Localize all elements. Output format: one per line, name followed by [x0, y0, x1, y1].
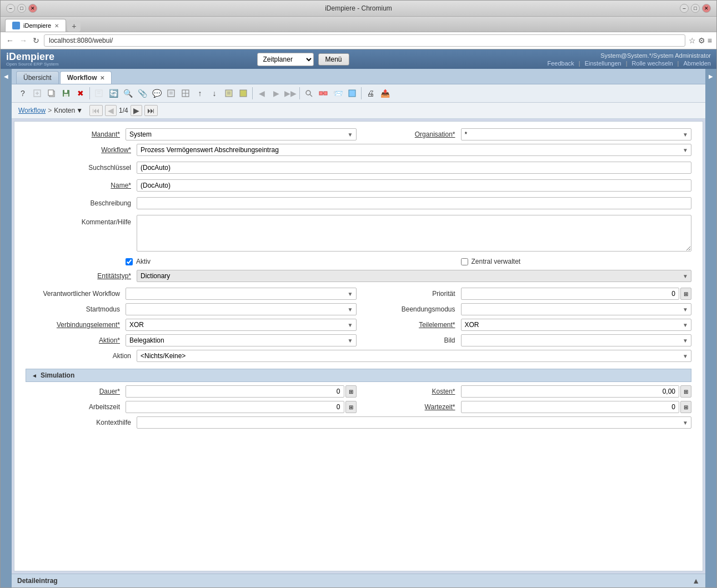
right-sidebar-toggle[interactable]: ▶ — [705, 69, 716, 587]
up-button[interactable]: ↑ — [193, 87, 207, 100]
find-button[interactable]: 🔍 — [121, 87, 134, 100]
wartezeit-input[interactable] — [461, 401, 680, 413]
left-sidebar-toggle[interactable]: ◀ — [1, 69, 12, 587]
browser-min-btn[interactable]: – — [680, 4, 689, 13]
startmodus-select[interactable] — [126, 303, 357, 315]
save-button[interactable] — [59, 87, 73, 100]
minimize-btn[interactable]: – — [6, 4, 15, 13]
startmodus-select-wrap: ▼ — [126, 303, 357, 315]
kommentar-textarea[interactable] — [137, 215, 691, 252]
browser-tab-new[interactable]: + — [67, 21, 81, 32]
chart-button[interactable] — [237, 87, 250, 100]
reload-button[interactable]: ↻ — [32, 35, 41, 46]
breadcrumb-current[interactable]: Knoten ▼ — [54, 107, 83, 114]
toolbar-sep-4 — [361, 87, 362, 99]
workflow-select[interactable]: Prozess Vermögenswert Abschreibungseintr… — [137, 144, 691, 156]
next-btn2[interactable]: ▶ — [269, 87, 283, 100]
tab-uebersicht[interactable]: Übersicht — [16, 71, 59, 84]
verbindungselement-select[interactable]: XOR — [126, 319, 357, 331]
browser-max-btn[interactable]: □ — [691, 4, 700, 13]
dashboard-button[interactable] — [345, 87, 359, 100]
organisation-select[interactable]: * — [461, 128, 692, 140]
down-button[interactable]: ↓ — [208, 87, 221, 100]
nav-first-button[interactable]: ⏮ — [89, 105, 103, 116]
list-button[interactable] — [164, 87, 178, 100]
settings-link[interactable]: Einstellungen — [585, 60, 621, 67]
address-input[interactable] — [44, 34, 685, 47]
nav-last-button[interactable]: ⏭ — [144, 105, 158, 116]
nav-next-button[interactable]: ▶ — [131, 105, 142, 116]
mandant-select[interactable]: System — [126, 128, 357, 140]
tab-workflow-close[interactable]: ✕ — [100, 75, 104, 81]
suchschluessel-input[interactable] — [137, 162, 691, 174]
note-button[interactable]: 💬 — [150, 87, 163, 100]
request-button[interactable]: 📨 — [331, 87, 344, 100]
tab-workflow[interactable]: Workflow ✕ — [60, 71, 112, 84]
col-dauer: Dauer* ⊞ — [26, 385, 357, 398]
logout-link[interactable]: Abmelden — [683, 60, 711, 67]
arbeitszeit-input[interactable] — [126, 401, 344, 413]
maximize-btn[interactable]: □ — [17, 4, 26, 13]
back-button[interactable]: ← — [5, 35, 15, 46]
attach-button[interactable]: 📎 — [136, 87, 149, 100]
copy-button[interactable] — [45, 87, 58, 100]
menu-button[interactable]: Menü — [318, 53, 349, 66]
prioritaet-btn[interactable]: ⊞ — [680, 288, 691, 300]
delete-button[interactable]: ✖ — [74, 87, 87, 100]
refresh-button[interactable]: 🔄 — [107, 87, 120, 100]
name-input[interactable] — [137, 179, 691, 192]
edit-button[interactable] — [92, 87, 106, 100]
aktion2-select[interactable]: <Nichts/Keine> — [137, 350, 691, 362]
aktiv-checkbox[interactable] — [126, 258, 133, 265]
row-verbindung-teil: Verbindungselement* XOR ▼ — [26, 319, 691, 331]
nav-prev-button[interactable]: ◀ — [105, 105, 117, 116]
bild-select[interactable] — [461, 334, 692, 346]
breadcrumb-workflow-link[interactable]: Workflow — [18, 107, 46, 114]
bookmark-icon[interactable]: ☆ — [689, 36, 696, 45]
history-button[interactable] — [222, 87, 235, 100]
browser-window-controls[interactable]: – □ ✕ — [680, 4, 711, 13]
form-inner: Mandant* System ▼ — [14, 122, 703, 441]
wartezeit-control: ⊞ — [461, 401, 692, 413]
browser-tab-idempiere[interactable]: iDempiere ✕ — [5, 19, 66, 32]
browser-tab-close[interactable]: ✕ — [54, 23, 59, 29]
zentral-checkbox[interactable] — [461, 258, 468, 265]
aktion-select[interactable]: Belegaktion — [126, 334, 357, 346]
print-button[interactable]: 🖨 — [364, 87, 377, 100]
export-button[interactable]: 📤 — [378, 87, 392, 100]
row-name: Name* — [26, 179, 691, 194]
workflow-act-button[interactable] — [317, 87, 330, 100]
grid-button[interactable] — [179, 87, 192, 100]
detail-bar-collapse-icon[interactable]: ▲ — [692, 576, 700, 585]
arbeitszeit-btn[interactable]: ⊞ — [345, 401, 357, 413]
teilelement-select[interactable]: XOR — [461, 319, 692, 331]
kosten-btn[interactable]: ⊞ — [680, 385, 691, 398]
dauer-btn[interactable]: ⊞ — [345, 385, 357, 398]
extensions-icon[interactable]: ⚙ — [698, 36, 705, 45]
help-button[interactable]: ? — [16, 87, 29, 100]
new-button[interactable] — [31, 87, 44, 100]
detail-bar[interactable]: Detaileintrag ▲ — [12, 574, 705, 587]
dauer-input[interactable] — [126, 385, 344, 398]
kontexthilfe-select[interactable] — [137, 416, 691, 429]
verbindungselement-select-wrap: XOR ▼ — [126, 319, 357, 331]
verantwortlicher-select[interactable] — [126, 288, 357, 300]
kosten-input[interactable] — [461, 385, 680, 398]
forward-button[interactable]: → — [18, 35, 28, 46]
wartezeit-btn[interactable]: ⊞ — [680, 401, 691, 413]
close-btn[interactable]: ✕ — [28, 4, 37, 13]
simulation-section-header[interactable]: ◄ Simulation — [26, 369, 691, 382]
role-link[interactable]: Rolle wechseln — [632, 60, 673, 67]
zoom-button[interactable] — [302, 87, 315, 100]
feedback-link[interactable]: Feedback — [548, 60, 574, 67]
window-controls[interactable]: – □ ✕ — [6, 4, 37, 13]
menu-icon[interactable]: ≡ — [708, 36, 712, 45]
beendungsmodus-select[interactable] — [461, 303, 692, 315]
beschreibung-input[interactable] — [137, 197, 691, 209]
prev-button[interactable]: ◀ — [255, 87, 268, 100]
browser-close-btn[interactable]: ✕ — [702, 4, 711, 13]
entitaetstyp-select[interactable]: Dictionary — [137, 270, 691, 282]
scheduler-select[interactable]: Zeitplaner — [257, 53, 314, 66]
prioritaet-input[interactable] — [461, 288, 680, 300]
last-btn2[interactable]: ▶▶ — [284, 87, 297, 100]
